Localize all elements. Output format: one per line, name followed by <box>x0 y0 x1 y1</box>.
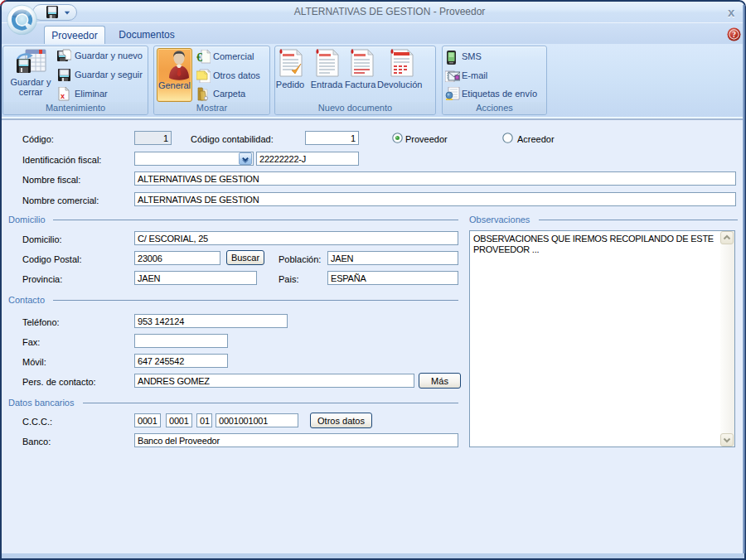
svg-text:x: x <box>61 92 65 100</box>
svg-text:€: € <box>196 51 202 64</box>
svg-text:?: ? <box>732 31 736 39</box>
